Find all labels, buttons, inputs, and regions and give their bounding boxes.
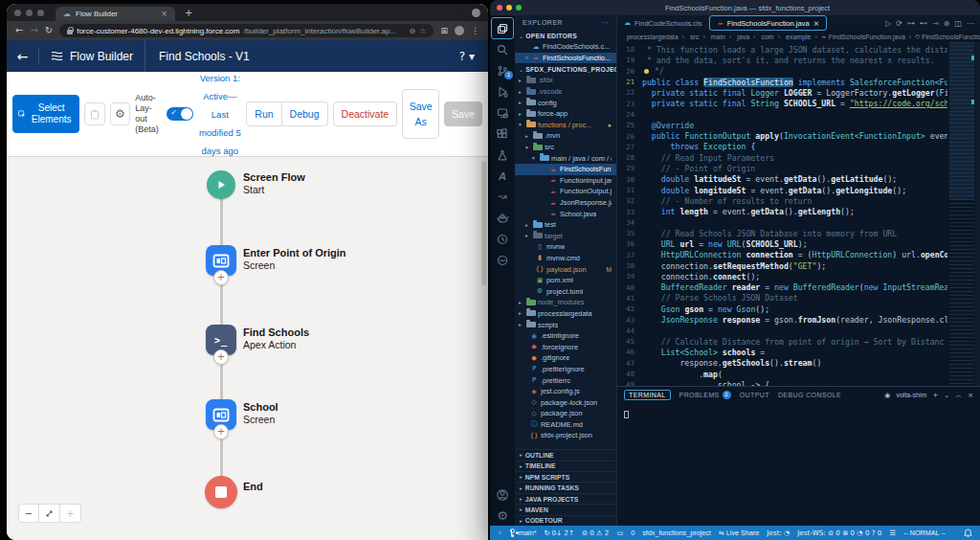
code-line[interactable]: 31 double longitudeSt = event.getData().… xyxy=(617,185,947,195)
jest-status[interactable]: Jest: ◔ xyxy=(767,529,790,537)
tree-item[interactable]: ▸ config xyxy=(515,97,616,108)
tree-item[interactable]: ▾ functions / proc... ● xyxy=(515,120,616,131)
code-line[interactable]: 43 JsonResponse response = gson.fromJson… xyxy=(617,314,947,325)
step-over-icon[interactable]: ⊶ xyxy=(907,19,915,28)
problems-status[interactable]: ⊘ 0 ⚠ 2 xyxy=(582,529,609,537)
source-control-icon[interactable]: 1 xyxy=(492,60,513,80)
tree-item[interactable]: ▾ main / java / com / e... xyxy=(515,152,616,164)
terminal-output[interactable] xyxy=(617,403,980,526)
notifications-bell[interactable] xyxy=(964,529,972,538)
new-tab-button[interactable]: + xyxy=(185,8,192,18)
step-out-icon[interactable]: ⊸ xyxy=(932,19,939,28)
tab-output[interactable]: OUTPUT xyxy=(740,392,769,398)
sidebar-section[interactable]: ▸ MAVEN xyxy=(515,504,616,514)
project-section-header[interactable]: ⌄SFDX_FUNCTIONS_PROJECT xyxy=(515,63,616,75)
tree-item[interactable]: ▸ test xyxy=(515,219,616,231)
terminal-dropdown-icon[interactable]: ⌄ xyxy=(944,392,949,399)
back-icon[interactable]: ← xyxy=(15,26,23,35)
close-window-icon[interactable] xyxy=(14,10,21,16)
code-line[interactable]: 38 connection.setRequestMethod("GET"); xyxy=(617,260,947,271)
tree-item[interactable]: ☕ FindSchoolsFun... xyxy=(515,164,616,175)
version-status-link[interactable]: Version 1: Active—Last modified 5 days a… xyxy=(198,69,241,160)
code-editor[interactable]: 18 * This function loads a large JSON da… xyxy=(617,42,980,386)
account-icon[interactable] xyxy=(492,484,513,505)
code-line[interactable]: 20 */ xyxy=(617,66,947,77)
canvas-scrollbar[interactable] xyxy=(481,161,486,285)
tree-item[interactable]: ◆ .forceignore xyxy=(515,341,616,352)
tree-item[interactable]: ◇ package-lock.json xyxy=(515,396,616,408)
close-editor-icon[interactable]: × xyxy=(524,55,531,60)
code-line[interactable]: 32 // - Number of results to return xyxy=(617,195,947,206)
minimap[interactable] xyxy=(949,42,974,386)
tree-item[interactable]: ▸ force-app xyxy=(515,108,616,120)
tree-item[interactable]: {} sfdx-project.json xyxy=(515,430,616,441)
tree-item[interactable]: P .prettierrc xyxy=(515,374,616,386)
jest-ws-status[interactable]: Jest-WS: ⊘ 0 ⊗ 0 ◔ 0 ? 0 xyxy=(797,529,881,537)
tree-item[interactable]: P .prettierignore xyxy=(515,364,616,375)
tree-item[interactable]: ▸ .vscode xyxy=(515,86,616,98)
close-panel-icon[interactable]: × xyxy=(968,392,973,399)
vscode-titlebar[interactable]: FindSchoolsFunction.java — sfdx_function… xyxy=(490,0,980,15)
code-line[interactable]: 25 @Override xyxy=(617,120,947,130)
open-editor-item[interactable]: × ☕ FindSchoolsFunctio... xyxy=(515,53,616,64)
tab-terminal[interactable]: TERMINAL xyxy=(624,390,671,400)
default-org-status[interactable]: sfdx_functions_project xyxy=(642,529,711,537)
settings-gear-button[interactable]: ⚙ xyxy=(110,102,131,125)
deactivate-button[interactable]: Deactivate xyxy=(333,101,398,126)
address-bar[interactable]: force-customer-4680-dev-ed.lightning.for… xyxy=(59,24,434,37)
tab-findschoolsfunction[interactable]: ☕ FindSchoolsFunction.java × xyxy=(709,15,826,31)
breadcrumb-item[interactable]: ◇ FindSchoolsFunction xyxy=(915,33,980,40)
zoom-window-icon[interactable] xyxy=(37,10,44,16)
tasks-icon[interactable]: ☰ xyxy=(889,529,895,537)
docker-icon[interactable] xyxy=(492,208,513,228)
restart-icon[interactable]: ⊛ xyxy=(944,19,950,28)
maximize-panel-icon[interactable]: ︿ xyxy=(955,391,962,400)
code-line[interactable]: 49 school -> { xyxy=(617,379,947,386)
zoom-icon[interactable]: ⊖ xyxy=(410,27,416,35)
window-controls[interactable] xyxy=(14,10,44,16)
extensions-icon[interactable] xyxy=(492,124,513,144)
flow-canvas[interactable]: Screen Flow Start + Enter Point of Origi… xyxy=(7,157,488,540)
code-line[interactable]: 18 * This function loads a large JSON da… xyxy=(617,44,947,55)
menu-dots-icon[interactable]: ⋮ xyxy=(471,26,479,35)
profile-avatar-icon[interactable] xyxy=(472,9,480,17)
code-line[interactable]: 33 int length = event.getData().getLengt… xyxy=(617,206,947,216)
sidebar-section[interactable]: ▸ NPM SCRIPTS xyxy=(515,471,616,482)
code-line[interactable]: 46 List<School> schools = xyxy=(617,347,947,357)
code-line[interactable]: 48 .map( xyxy=(617,369,947,379)
sidebar-section[interactable]: ▸ JAVA PROJECTS xyxy=(515,493,616,504)
tree-item[interactable]: ⓘ README.md xyxy=(515,419,616,431)
run-icon[interactable]: ▷ xyxy=(885,19,891,28)
breadcrumb-item[interactable]: ☕ FindSchoolsFunction.java xyxy=(821,33,913,40)
tab-close-icon[interactable]: × xyxy=(161,10,167,18)
code-line[interactable]: 26 public FunctionOutput apply(Invocatio… xyxy=(617,130,947,141)
sidebar-section[interactable]: ▸ RUNNING TASKS xyxy=(515,482,616,492)
code-line[interactable]: 39 connection.connect(); xyxy=(617,271,947,281)
minimize-window-icon[interactable] xyxy=(26,10,33,16)
remote-explorer-icon[interactable] xyxy=(492,102,513,123)
tree-item[interactable]: ◉ .eslintignore xyxy=(515,330,616,342)
remote-indicator-icon[interactable]: ⚡ xyxy=(498,529,502,537)
tree-item[interactable]: {} payload.json M xyxy=(515,263,616,275)
code-line[interactable]: 47 response.getSchools().stream() xyxy=(617,358,947,369)
tree-item[interactable]: ▸ .mvn xyxy=(515,130,616,142)
tree-item[interactable]: ☕ FunctionInput.java xyxy=(515,175,616,187)
step-into-icon[interactable]: ⊷ xyxy=(920,19,927,28)
code-line[interactable]: 21 public class FindSchoolsFunction impl… xyxy=(617,77,947,87)
run-and-debug-icon[interactable] xyxy=(492,81,513,101)
tab-findcodeschools[interactable]: ☁ FindCodeSchools.cls xyxy=(617,15,709,31)
tree-item[interactable]: ◆ .gitignore xyxy=(515,352,616,364)
tree-item[interactable]: ▾ src xyxy=(515,142,616,153)
flow-node-end[interactable] xyxy=(205,476,237,508)
code-line[interactable]: 22 private static final Logger LOGGER = … xyxy=(617,87,947,98)
open-editor-item[interactable]: ☁ FindCodeSchools.c... xyxy=(515,41,616,53)
code-line[interactable]: 35 // Read Schools JSON Database into me… xyxy=(617,228,947,238)
explorer-icon[interactable] xyxy=(492,18,513,38)
tab-problems[interactable]: PROBLEMS 2 xyxy=(679,391,731,399)
breadcrumb-item[interactable]: com xyxy=(759,34,782,40)
new-terminal-icon[interactable]: + xyxy=(932,392,938,399)
help-menu[interactable]: ? ▾ xyxy=(459,50,488,63)
tree-item[interactable]: ▸ processlargedata xyxy=(515,308,616,320)
tree-item[interactable]: ▯ mvnw xyxy=(515,241,616,253)
flow-node-start[interactable] xyxy=(207,170,235,199)
